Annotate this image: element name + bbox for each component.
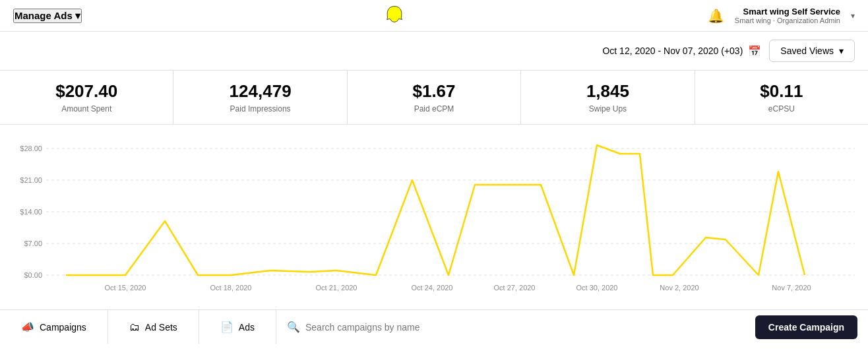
stat-value-1: 124,479	[187, 81, 333, 102]
x-label-oct24: Oct 24, 2020	[412, 284, 453, 292]
stat-item-4: $0.11 eCPSU	[695, 71, 868, 124]
manage-ads-label: Manage Ads	[15, 10, 73, 21]
stat-value-2: $1.67	[361, 81, 507, 102]
ads-icon: 📄	[220, 321, 233, 333]
tab-adsets-label: Ad Sets	[145, 322, 177, 333]
user-role: Smart wing · Organization Admin	[735, 16, 840, 24]
manage-ads-chevron: ▾	[75, 10, 80, 22]
tab-campaigns-label: Campaigns	[40, 322, 86, 333]
x-label-oct15: Oct 15, 2020	[105, 284, 146, 292]
stat-label-4: eCPSU	[708, 104, 855, 113]
chart-area: $28.00 $21.00 $14.00 $7.00 $0.00 Oct 15,…	[0, 125, 868, 309]
y-label-21: $21.00	[20, 176, 42, 184]
tab-ads[interactable]: 📄 Ads	[199, 310, 276, 344]
x-label-oct21: Oct 21, 2020	[316, 284, 357, 292]
create-campaign-button[interactable]: Create Campaign	[755, 315, 857, 339]
search-area: 🔍	[276, 321, 745, 333]
stat-item-0: $207.40 Amount Spent	[0, 71, 173, 124]
y-label-28: $28.00	[20, 144, 42, 152]
tab-campaigns[interactable]: 📣 Campaigns	[0, 310, 108, 344]
user-name: Smart wing Self Service	[735, 7, 840, 16]
line-chart-series	[66, 145, 805, 275]
x-label-nov2: Nov 2, 2020	[660, 284, 698, 292]
top-nav-right: 🔔 Smart wing Self Service Smart wing · O…	[708, 7, 855, 24]
search-input[interactable]	[305, 322, 734, 333]
snapchat-logo-icon	[383, 4, 406, 28]
bottom-tabs: 📣 Campaigns 🗂 Ad Sets 📄 Ads 🔍 Create Cam…	[0, 309, 868, 344]
campaigns-icon: 📣	[21, 321, 34, 333]
x-label-nov7: Nov 7, 2020	[772, 284, 811, 292]
stat-item-2: $1.67 Paid eCPM	[348, 71, 521, 124]
user-chevron-icon[interactable]: ▾	[851, 11, 855, 20]
adsets-icon: 🗂	[129, 321, 140, 333]
stat-label-0: Amount Spent	[13, 104, 160, 113]
stat-value-0: $207.40	[13, 81, 160, 102]
x-label-oct18: Oct 18, 2020	[210, 284, 252, 292]
date-bar: Oct 12, 2020 - Nov 07, 2020 (+03) 📅 Save…	[0, 32, 868, 70]
saved-views-label: Saved Views	[780, 46, 834, 56]
stat-item-1: 124,479 Paid Impressions	[173, 71, 347, 124]
y-label-0: $0.00	[24, 271, 42, 279]
top-nav-center	[383, 4, 406, 28]
saved-views-button[interactable]: Saved Views ▾	[769, 40, 855, 62]
y-label-7: $7.00	[24, 240, 42, 247]
stat-label-2: Paid eCPM	[361, 104, 507, 113]
top-nav-left: Manage Ads ▾	[13, 9, 82, 23]
calendar-icon: 📅	[748, 45, 761, 57]
tab-adsets[interactable]: 🗂 Ad Sets	[108, 310, 199, 344]
saved-views-chevron: ▾	[839, 46, 844, 56]
manage-ads-button[interactable]: Manage Ads ▾	[13, 9, 82, 23]
search-icon: 🔍	[287, 321, 300, 333]
stat-label-3: Swipe Ups	[534, 104, 681, 113]
y-label-14: $14.00	[20, 208, 42, 216]
user-info: Smart wing Self Service Smart wing · Org…	[735, 7, 840, 24]
stat-value-3: 1,845	[534, 81, 681, 102]
stat-item-3: 1,845 Swipe Ups	[521, 71, 695, 124]
tab-ads-label: Ads	[239, 322, 255, 333]
line-chart: $28.00 $21.00 $14.00 $7.00 $0.00 Oct 15,…	[13, 135, 855, 294]
stats-bar: $207.40 Amount Spent 124,479 Paid Impres…	[0, 70, 868, 125]
stat-value-4: $0.11	[708, 81, 855, 102]
top-nav: Manage Ads ▾ 🔔 Smart wing Self Service S…	[0, 0, 868, 32]
stat-label-1: Paid Impressions	[187, 104, 333, 113]
x-label-oct30: Oct 30, 2020	[576, 284, 618, 292]
x-label-oct27: Oct 27, 2020	[494, 284, 536, 292]
notification-bell-icon[interactable]: 🔔	[708, 8, 724, 24]
date-range-text: Oct 12, 2020 - Nov 07, 2020 (+03)	[602, 46, 743, 56]
date-range-selector[interactable]: Oct 12, 2020 - Nov 07, 2020 (+03) 📅	[602, 45, 761, 57]
